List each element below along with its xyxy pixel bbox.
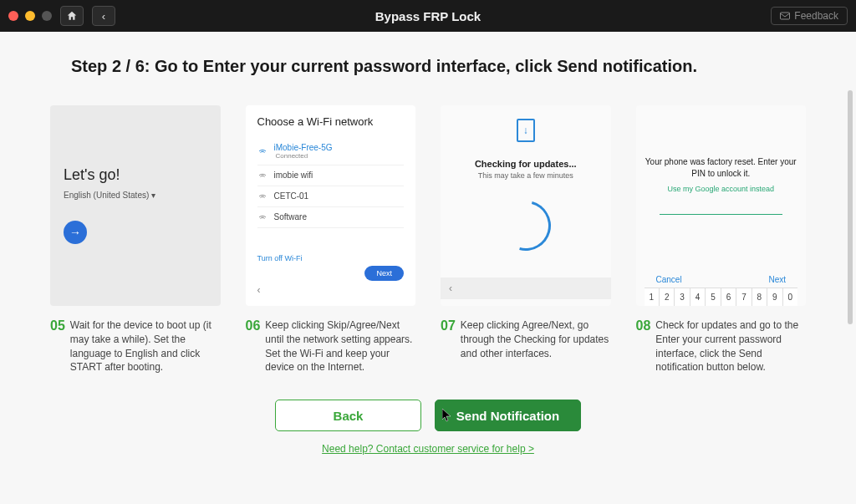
send-button-label: Send Notification	[456, 409, 559, 423]
c8-google-link: Use my Google account instead	[667, 185, 774, 193]
key: 3	[675, 288, 690, 306]
c6-title: Choose a Wi-Fi network	[257, 115, 405, 130]
wifi-item: iMobie-Free-5G Connected	[257, 138, 405, 165]
c8-message: Your phone was factory reset. Enter your…	[645, 156, 798, 180]
download-icon	[517, 119, 535, 142]
desc-num-07: 07	[441, 318, 456, 360]
instruction-cards: Let's go! English (United States) ▾ → 05…	[50, 105, 806, 374]
step-heading: Step 2 / 6: Go to Enter your current pas…	[50, 57, 806, 76]
desc-07: 07 Keep clicking Agree/Next, go through …	[441, 318, 611, 360]
key: 6	[721, 288, 736, 306]
footer-buttons: Back Send Notification	[50, 400, 806, 431]
home-icon	[66, 10, 78, 22]
feedback-label: Feedback	[794, 10, 838, 22]
key: 5	[706, 288, 721, 306]
numeric-keypad: 1 2 3 4 5 6 7 8 9 0	[645, 288, 798, 306]
chevron-left-icon: ‹	[102, 10, 105, 23]
key: 8	[752, 288, 767, 306]
maximize-window-icon[interactable]	[42, 11, 52, 21]
wifi-item: imobie wifi	[257, 165, 405, 186]
wifi-sub: Connected	[276, 152, 333, 160]
desc-num-05: 05	[50, 318, 65, 374]
wifi-name: iMobie-Free-5G	[274, 143, 333, 152]
desc-06: 06 Keep clicking Skip/Agree/Next until t…	[246, 318, 416, 374]
desc-num-08: 08	[636, 318, 651, 374]
key: 1	[645, 288, 660, 306]
back-button[interactable]: Back	[275, 400, 421, 431]
titlebar: ‹ Bypass FRP Lock Feedback	[0, 0, 856, 32]
card-column-08: Your phone was factory reset. Enter your…	[636, 105, 807, 374]
card-column-07: Checking for updates... This may take a …	[441, 105, 611, 374]
desc-08: 08 Check for updates and go to the Enter…	[636, 318, 807, 374]
back-button-label: Back	[334, 409, 364, 423]
svg-rect-0	[781, 13, 790, 19]
wifi-name: CETC-01	[274, 191, 309, 201]
wifi-name: Software	[274, 212, 307, 221]
key: 4	[690, 288, 706, 306]
c5-title: Let's go!	[64, 166, 207, 184]
screenshot-07: Checking for updates... This may take a …	[441, 105, 611, 306]
c6-next-button: Next	[364, 266, 404, 281]
chevron-left-icon: ‹	[257, 284, 405, 296]
spinner-icon	[492, 191, 560, 260]
desc-05: 05 Wait for the device to boot up (it ma…	[50, 318, 221, 374]
c7-title: Checking for updates...	[475, 159, 577, 169]
feedback-button[interactable]: Feedback	[771, 7, 848, 25]
key: 2	[660, 288, 675, 306]
wifi-icon	[257, 191, 268, 201]
desc-text-08: Check for updates and go to the Enter yo…	[655, 318, 806, 374]
desc-num-06: 06	[246, 318, 261, 374]
wifi-name: imobie wifi	[274, 171, 313, 180]
send-notification-button[interactable]: Send Notification	[435, 400, 581, 431]
help-link[interactable]: Need help? Contact customer service for …	[50, 443, 806, 455]
c8-next: Next	[768, 275, 786, 284]
desc-text-06: Keep clicking Skip/Agree/Next until the …	[265, 318, 415, 374]
close-window-icon[interactable]	[8, 11, 18, 21]
key: 7	[736, 288, 752, 306]
screenshot-05: Let's go! English (United States) ▾ →	[50, 105, 221, 306]
screenshot-08: Your phone was factory reset. Enter your…	[636, 105, 807, 306]
nav-back-button[interactable]: ‹	[92, 6, 115, 26]
card-column-06: Choose a Wi-Fi network iMobie-Free-5G Co…	[246, 105, 416, 374]
wifi-list: iMobie-Free-5G Connected imobie wifi CET…	[257, 138, 405, 249]
cursor-icon	[442, 409, 452, 425]
key: 9	[767, 288, 782, 306]
c7-sub: This may take a few minutes	[478, 171, 573, 180]
screenshot-06: Choose a Wi-Fi network iMobie-Free-5G Co…	[246, 105, 416, 306]
main-content: Step 2 / 6: Go to Enter your current pas…	[0, 32, 856, 504]
wifi-icon	[257, 212, 268, 222]
wifi-icon	[257, 171, 268, 181]
wifi-icon	[257, 146, 268, 156]
wifi-item: Software	[257, 207, 405, 228]
desc-text-05: Wait for the device to boot up (it may t…	[70, 318, 221, 374]
scrollbar[interactable]	[848, 90, 853, 324]
pin-input-line	[660, 214, 782, 215]
key: 0	[783, 288, 797, 306]
wifi-item: CETC-01	[257, 186, 405, 207]
card-column-05: Let's go! English (United States) ▾ → 05…	[50, 105, 221, 374]
c8-cancel: Cancel	[656, 275, 682, 284]
minimize-window-icon[interactable]	[25, 11, 35, 21]
window-controls	[8, 11, 52, 21]
c5-language: English (United States) ▾	[64, 191, 207, 200]
home-button[interactable]	[60, 6, 84, 26]
turnoff-wifi: Turn off Wi-Fi	[257, 254, 405, 262]
c8-bottom: Cancel Next 1 2 3 4 5 6 7 8 9 0	[645, 275, 798, 306]
arrow-right-icon: →	[64, 221, 87, 244]
desc-text-07: Keep clicking Agree/Next, go through the…	[461, 318, 611, 360]
window-title: Bypass FRP Lock	[375, 9, 481, 23]
mail-icon	[780, 12, 790, 20]
chevron-left-icon: ‹	[441, 277, 611, 299]
